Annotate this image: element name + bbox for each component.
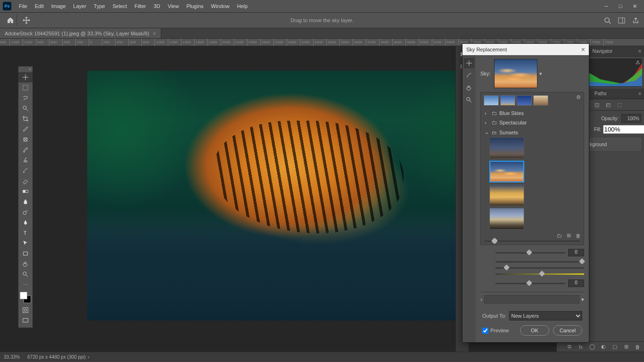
document-canvas[interactable] <box>87 71 509 321</box>
clone-stamp-tool-icon[interactable] <box>18 155 33 165</box>
sky-thumb[interactable] <box>533 95 548 106</box>
document-tab[interactable]: AdobeStock 184425591 (1).jpeg @ 33.3% (S… <box>0 28 161 38</box>
slider-row[interactable] <box>495 267 584 269</box>
search-icon[interactable] <box>603 16 612 25</box>
sky-thumb[interactable] <box>484 95 499 106</box>
cancel-button[interactable]: Cancel <box>553 325 582 336</box>
type-tool-icon[interactable]: T <box>18 228 33 238</box>
panel-menu-icon[interactable]: ≡ <box>636 91 644 96</box>
menu-filter[interactable]: Filter <box>131 0 149 12</box>
window-minimize-icon[interactable]: ─ <box>600 2 613 10</box>
sky-thumb[interactable] <box>517 95 532 106</box>
workspace-icon[interactable] <box>617 16 626 25</box>
home-icon[interactable] <box>4 15 17 26</box>
chevron-down-icon[interactable]: ▾ <box>539 71 542 77</box>
hand-tool-icon[interactable] <box>18 259 33 269</box>
menu-layer[interactable]: Layer <box>69 0 90 12</box>
preview-check-input[interactable] <box>482 328 488 334</box>
thumbnail-size-slider[interactable] <box>484 239 581 242</box>
marquee-tool-icon[interactable] <box>18 82 33 93</box>
crop-tool-icon[interactable] <box>18 114 33 124</box>
opacity-input[interactable] <box>621 114 641 123</box>
slider-row[interactable]: 0 <box>495 280 584 287</box>
dialog-titlebar[interactable]: Sky Replacement × <box>462 44 589 55</box>
sky-thumb[interactable] <box>500 95 515 106</box>
folder-sunsets[interactable]: ⌄ 🗁 Sunsets <box>484 127 581 137</box>
pen-tool-icon[interactable] <box>18 217 33 228</box>
eraser-tool-icon[interactable] <box>18 176 33 186</box>
menu-3d[interactable]: 3D <box>150 0 164 12</box>
lasso-tool-icon[interactable] <box>18 93 33 103</box>
sunset-thumb[interactable] <box>489 208 524 230</box>
slider-row[interactable] <box>495 261 584 263</box>
output-select[interactable]: New Layers <box>509 311 582 321</box>
folder-spectacular[interactable]: › 🗀 Spectacular <box>484 118 581 127</box>
mask-icon[interactable]: ◯ <box>588 343 596 351</box>
move-tool-icon[interactable] <box>21 15 32 26</box>
history-brush-tool-icon[interactable] <box>18 165 33 176</box>
adjust-icon[interactable]: ⬚ <box>615 101 624 109</box>
preview-checkbox[interactable]: Preview <box>482 328 509 334</box>
gear-icon[interactable]: ⚙ <box>576 94 581 100</box>
new-layer-icon[interactable]: ⊞ <box>622 343 630 351</box>
zoom-level[interactable]: 33.33% <box>4 354 20 360</box>
sky-brush-tool-icon[interactable] <box>464 70 474 81</box>
menu-help[interactable]: Help <box>233 0 252 12</box>
ok-button[interactable]: OK <box>520 325 549 336</box>
healing-brush-tool-icon[interactable] <box>18 134 33 145</box>
menu-window[interactable]: Window <box>207 0 233 12</box>
close-tab-icon[interactable]: × <box>153 31 156 36</box>
edit-toolbar-icon[interactable]: ⋯ <box>18 280 33 290</box>
sunset-thumb[interactable] <box>489 184 524 206</box>
share-icon[interactable] <box>631 16 640 25</box>
menu-file[interactable]: File <box>15 0 31 12</box>
menu-image[interactable]: Image <box>48 0 70 12</box>
chevron-right-icon[interactable]: › <box>88 354 89 360</box>
adjust-icon[interactable]: ◰ <box>604 101 612 109</box>
color-swatches[interactable] <box>20 292 31 303</box>
sky-preset-preview[interactable] <box>494 59 537 88</box>
brush-tool-icon[interactable] <box>18 145 33 155</box>
link-icon[interactable]: ⧉ <box>566 343 573 351</box>
zoom-tool-icon[interactable] <box>18 269 33 280</box>
sunset-thumb-selected[interactable] <box>489 161 524 182</box>
window-close-icon[interactable]: ✕ <box>628 2 641 10</box>
fx-icon[interactable]: fx <box>577 343 585 351</box>
menu-plugins[interactable]: Plugins <box>182 0 207 12</box>
tab-paths[interactable]: Paths <box>590 89 611 99</box>
adjust-icon[interactable]: ◫ <box>593 101 601 109</box>
gradient-tool-icon[interactable] <box>18 186 33 197</box>
slider-row[interactable]: 0 <box>495 249 584 256</box>
folder-icon[interactable]: 🗀 <box>557 233 562 239</box>
blur-tool-icon[interactable] <box>18 197 33 207</box>
toolbox-collapse-icon[interactable]: × <box>18 66 33 72</box>
folder-blue-skies[interactable]: › 🗀 Blue Skies <box>484 108 581 118</box>
slider-value[interactable]: 0 <box>568 280 584 287</box>
menu-view[interactable]: View <box>164 0 183 12</box>
disclosure-row[interactable]: › ▾ <box>480 292 584 306</box>
rectangle-tool-icon[interactable] <box>18 248 33 259</box>
screen-mode-icon[interactable] <box>18 315 33 326</box>
zoom-tool-icon[interactable] <box>464 95 474 105</box>
adjustment-layer-icon[interactable]: ◐ <box>600 343 607 351</box>
foreground-color-swatch[interactable] <box>20 292 27 299</box>
dodge-tool-icon[interactable] <box>18 207 33 217</box>
tab-navigator[interactable]: Navigator <box>588 46 618 56</box>
hand-tool-icon[interactable] <box>464 82 474 93</box>
menu-edit[interactable]: Edit <box>31 0 48 12</box>
eyedropper-tool-icon[interactable] <box>18 124 33 134</box>
sunset-thumb[interactable] <box>489 137 524 159</box>
menu-select[interactable]: Select <box>109 0 131 12</box>
move-tool-icon[interactable] <box>18 72 33 82</box>
close-icon[interactable]: × <box>581 46 585 53</box>
group-icon[interactable]: ▢ <box>611 343 619 351</box>
slider-row[interactable] <box>495 273 584 275</box>
panel-menu-icon[interactable]: ≡ <box>636 49 644 54</box>
window-maximize-icon[interactable]: □ <box>614 2 627 10</box>
fill-input[interactable] <box>603 125 644 134</box>
trash-icon[interactable]: 🗑 <box>634 343 641 351</box>
menu-type[interactable]: Type <box>90 0 109 12</box>
new-preset-icon[interactable]: ⊞ <box>567 232 571 239</box>
trash-icon[interactable]: 🗑 <box>576 233 581 239</box>
slider-value[interactable]: 0 <box>568 249 584 256</box>
